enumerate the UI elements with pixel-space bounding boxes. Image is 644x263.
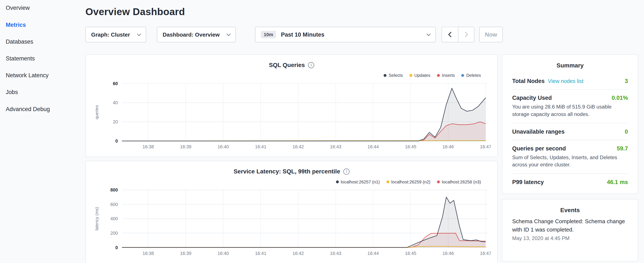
legend-dot-icon <box>384 74 387 77</box>
graph-dropdown[interactable]: Graph: Cluster <box>86 27 146 42</box>
summary-label: Capacity Used <box>512 95 552 101</box>
events-panel: Events Schema Change Completed: Schema c… <box>502 199 638 261</box>
time-range-badge: 10m <box>261 31 276 38</box>
info-icon[interactable] <box>308 62 314 68</box>
time-range-label: Past 10 Minutes <box>281 31 427 38</box>
svg-text:16:43: 16:43 <box>330 251 341 256</box>
summary-label: Unavailable ranges <box>512 128 565 135</box>
service-latency-chart-card: Service Latency: SQL, 99th percentile lo… <box>86 161 498 263</box>
summary-value: 59.7 <box>617 145 628 152</box>
svg-text:16:47: 16:47 <box>480 144 491 149</box>
chevron-left-icon <box>448 32 452 38</box>
time-back-button[interactable] <box>442 27 458 42</box>
sidebar-item-jobs[interactable]: Jobs <box>6 87 78 96</box>
dashboard-dropdown-label: Dashboard: Overview <box>163 32 220 38</box>
time-pager <box>442 27 474 42</box>
time-forward-button[interactable] <box>458 27 474 42</box>
summary-row-total-nodes: Total Nodes View nodes list 3 <box>512 73 628 90</box>
svg-text:16:46: 16:46 <box>442 144 454 149</box>
dashboard-content: SQL Queries SelectsUpdatesInsertsDeletes… <box>86 54 638 263</box>
legend-label: Deletes <box>466 73 481 78</box>
svg-text:16:40: 16:40 <box>218 144 229 149</box>
summary-value: 0.01% <box>612 95 628 101</box>
sidebar-item-metrics[interactable]: Metrics <box>6 20 78 29</box>
legend-label: localhost:26258 (n3) <box>442 179 481 184</box>
svg-text:16:44: 16:44 <box>368 144 379 149</box>
svg-text:16:41: 16:41 <box>255 251 266 256</box>
service-latency-chart[interactable]: 16:3816:3916:4016:4116:4216:4316:4416:45… <box>92 186 491 258</box>
legend-dot-icon <box>386 180 389 183</box>
summary-title: Summary <box>512 62 628 69</box>
svg-text:200: 200 <box>110 231 118 236</box>
legend-item[interactable]: Inserts <box>437 73 455 78</box>
svg-text:40: 40 <box>113 100 118 105</box>
svg-text:400: 400 <box>110 216 118 221</box>
legend-dot-icon <box>410 74 412 77</box>
legend-label: Selects <box>389 73 403 78</box>
legend-item[interactable]: Updates <box>410 73 430 78</box>
sql-queries-chart[interactable]: 16:3816:3916:4016:4116:4216:4316:4416:45… <box>92 79 491 152</box>
svg-text:16:43: 16:43 <box>330 144 341 149</box>
sidebar-item-advanced-debug[interactable]: Advanced Debug <box>6 105 78 113</box>
svg-text:600: 600 <box>110 202 118 207</box>
info-icon[interactable] <box>343 168 350 174</box>
svg-text:16:38: 16:38 <box>143 251 154 256</box>
svg-text:20: 20 <box>113 119 118 124</box>
sidebar-item-network-latency[interactable]: Network Latency <box>6 71 78 80</box>
summary-label: Queries per second <box>512 145 566 152</box>
view-nodes-list-link[interactable]: View nodes list <box>548 78 584 84</box>
dashboard-dropdown[interactable]: Dashboard: Overview <box>157 27 236 42</box>
svg-text:16:47: 16:47 <box>480 251 491 256</box>
now-button[interactable]: Now <box>479 27 502 42</box>
legend-item[interactable]: Deletes <box>461 73 481 78</box>
sql-queries-chart-card: SQL Queries SelectsUpdatesInsertsDeletes… <box>86 54 498 157</box>
legend-dot-icon <box>437 180 440 183</box>
svg-text:16:38: 16:38 <box>143 144 154 149</box>
legend-label: Updates <box>414 73 430 78</box>
legend-item[interactable]: Selects <box>384 73 403 78</box>
right-column: Summary Total Nodes View nodes list 3 Ca… <box>502 54 638 261</box>
legend-label: localhost:26257 (n1) <box>340 179 380 184</box>
svg-text:16:41: 16:41 <box>255 144 266 149</box>
legend-dot-icon <box>336 180 339 183</box>
svg-text:16:46: 16:46 <box>442 251 454 256</box>
chart-legend: SelectsUpdatesInsertsDeletes <box>92 72 481 79</box>
chart-title-row: Service Latency: SQL, 99th percentile <box>92 167 491 176</box>
summary-row-unavailable-ranges: Unavailable ranges 0 <box>512 123 628 140</box>
legend-label: Inserts <box>442 73 455 78</box>
legend-dot-icon <box>461 74 464 77</box>
legend-label: localhost:26259 (n2) <box>391 179 430 184</box>
legend-item[interactable]: localhost:26258 (n3) <box>437 179 481 184</box>
charts-column: SQL Queries SelectsUpdatesInsertsDeletes… <box>86 54 498 263</box>
summary-panel: Summary Total Nodes View nodes list 3 Ca… <box>502 54 638 194</box>
time-range-selector[interactable]: 10m Past 10 Minutes <box>255 27 436 42</box>
svg-text:60: 60 <box>113 81 118 86</box>
svg-text:latency (ms): latency (ms) <box>94 207 99 230</box>
summary-label: P99 latency <box>512 179 544 185</box>
summary-row-capacity-used: Capacity Used 0.01% You are using 28.6 M… <box>512 90 628 123</box>
svg-text:queries: queries <box>94 105 99 119</box>
summary-description: You are using 28.6 MiB of 515.9 GiB usab… <box>512 104 628 118</box>
chart-title: SQL Queries <box>269 62 305 68</box>
svg-text:0: 0 <box>116 245 118 250</box>
summary-value: 46.1 ms <box>607 179 628 185</box>
sidebar-item-overview[interactable]: Overview <box>6 3 78 12</box>
legend-item[interactable]: localhost:26259 (n2) <box>386 179 430 184</box>
legend-item[interactable]: localhost:26257 (n1) <box>336 179 380 184</box>
event-item: Schema Change Completed: Schema change w… <box>512 217 628 241</box>
summary-value: 3 <box>625 78 628 84</box>
main-content: Overview Dashboard Graph: Cluster Dashbo… <box>78 0 644 263</box>
svg-text:800: 800 <box>110 187 118 193</box>
chart-title-row: SQL Queries <box>92 60 491 69</box>
svg-text:0: 0 <box>116 139 118 144</box>
summary-row-queries-per-second: Queries per second 59.7 Sum of Selects, … <box>512 140 628 174</box>
chart-title: Service Latency: SQL, 99th percentile <box>234 168 340 175</box>
events-title: Events <box>512 207 628 213</box>
chevron-down-icon <box>226 32 230 36</box>
event-message: Schema Change Completed: Schema change w… <box>512 217 628 234</box>
sidebar-item-databases[interactable]: Databases <box>6 37 78 46</box>
summary-row-p99-latency: P99 latency 46.1 ms <box>512 174 628 188</box>
svg-text:16:45: 16:45 <box>405 144 416 149</box>
sidebar-item-statements[interactable]: Statements <box>6 54 78 63</box>
svg-text:16:44: 16:44 <box>368 251 379 256</box>
